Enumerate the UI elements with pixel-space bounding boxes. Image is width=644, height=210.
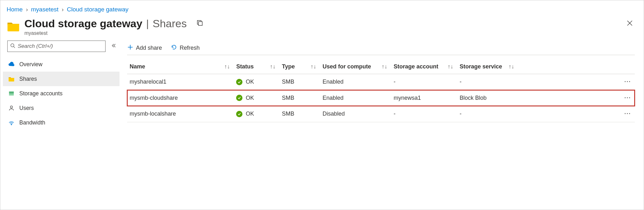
ok-icon: [236, 111, 242, 117]
sidebar-item-overview[interactable]: Overview: [3, 57, 119, 72]
column-header-type[interactable]: Type↑↓: [280, 60, 320, 74]
svg-point-9: [10, 106, 13, 108]
more-icon: ···: [624, 111, 631, 117]
column-header-compute[interactable]: Used for compute↑↓: [320, 60, 391, 74]
sort-icon: ↑↓: [448, 63, 453, 70]
page-title: Cloud storage gateway: [24, 17, 142, 30]
sidebar-item-label: Overview: [19, 61, 42, 68]
storage-icon: [8, 90, 15, 97]
folder-icon: [7, 19, 20, 33]
cell-status: OK: [234, 74, 279, 90]
row-actions-button[interactable]: ···: [518, 74, 635, 90]
sidebar-item-label: Storage accounts: [19, 90, 62, 97]
table-row[interactable]: mysharelocal1OKSMBEnabled--···: [127, 74, 635, 90]
shares-table: Name↑↓ Status↑↓ Type↑↓ Used for compute↑…: [127, 60, 635, 122]
sidebar-item-users[interactable]: Users: [3, 101, 119, 115]
add-share-label: Add share: [136, 45, 162, 51]
cell-type: SMB: [280, 106, 320, 122]
breadcrumb-home[interactable]: Home: [7, 6, 23, 13]
folder-icon: [8, 76, 15, 82]
column-header-name[interactable]: Name↑↓: [127, 60, 234, 74]
main-content: Add share Refresh Name↑↓ S: [119, 39, 641, 130]
collapse-sidebar-icon[interactable]: [111, 43, 116, 50]
svg-point-4: [11, 44, 14, 47]
sort-icon: ↑↓: [270, 63, 276, 70]
refresh-icon: [171, 44, 177, 52]
svg-rect-8: [9, 95, 14, 96]
cell-name: mysmb-cloudshare: [127, 90, 234, 106]
chevron-right-icon: ›: [62, 6, 64, 13]
search-input-wrapper[interactable]: [7, 41, 106, 52]
feedback-icon[interactable]: [196, 19, 203, 28]
ok-icon: [236, 79, 242, 85]
svg-line-5: [14, 47, 15, 48]
cell-service: Block Blob: [457, 90, 518, 106]
cell-compute: Enabled: [320, 74, 391, 90]
sidebar-item-label: Shares: [19, 76, 37, 82]
page-section: Shares: [153, 17, 187, 30]
cell-account: -: [391, 106, 457, 122]
column-header-status[interactable]: Status↑↓: [234, 60, 279, 74]
sidebar-item-bandwidth[interactable]: Bandwidth: [3, 115, 119, 130]
more-icon: ···: [624, 79, 631, 85]
sidebar-item-storage-accounts[interactable]: Storage accounts: [3, 86, 119, 101]
cell-type: SMB: [280, 90, 320, 106]
page-subtitle: myasetest: [24, 30, 203, 36]
cell-name: mysmb-localshare: [127, 106, 234, 122]
cell-account: -: [391, 74, 457, 90]
sort-icon: ↑↓: [508, 63, 514, 70]
table-row[interactable]: mysmb-cloudshareOKSMBEnabledmynewsa1Bloc…: [127, 90, 635, 106]
sort-icon: ↑↓: [382, 63, 387, 70]
cell-type: SMB: [280, 74, 320, 90]
cell-status: OK: [234, 106, 279, 122]
cell-name: mysharelocal1: [127, 74, 234, 90]
cell-account: mynewsa1: [391, 90, 457, 106]
plus-icon: [127, 44, 133, 52]
close-icon[interactable]: [627, 20, 633, 28]
row-actions-button[interactable]: ···: [518, 106, 635, 122]
ok-icon: [236, 95, 242, 101]
bandwidth-icon: [8, 119, 15, 126]
sidebar-item-label: Bandwidth: [19, 119, 45, 126]
svg-rect-7: [9, 93, 14, 94]
sidebar-item-shares[interactable]: Shares: [3, 72, 119, 86]
sort-icon: ↑↓: [311, 63, 316, 70]
sidebar: OverviewSharesStorage accountsUsersBandw…: [3, 39, 119, 130]
sidebar-item-label: Users: [19, 105, 34, 111]
cell-compute: Enabled: [320, 90, 391, 106]
add-share-button[interactable]: Add share: [127, 44, 162, 52]
cloud-icon: [8, 61, 15, 67]
breadcrumb: Home › myasetest › Cloud storage gateway: [3, 2, 641, 16]
user-icon: [8, 105, 15, 111]
refresh-button[interactable]: Refresh: [171, 44, 200, 52]
page-header: Cloud storage gateway | Shares myasetest: [3, 16, 641, 39]
svg-rect-1: [199, 22, 203, 25]
more-icon: ···: [624, 95, 631, 101]
column-header-account[interactable]: Storage account↑↓: [391, 60, 457, 74]
search-input[interactable]: [18, 43, 103, 49]
toolbar: Add share Refresh: [127, 41, 635, 55]
search-icon: [10, 43, 15, 50]
sort-icon: ↑↓: [224, 63, 230, 70]
svg-rect-6: [9, 92, 14, 93]
cell-service: -: [457, 106, 518, 122]
breadcrumb-gateway[interactable]: Cloud storage gateway: [67, 6, 128, 13]
cell-status: OK: [234, 90, 279, 106]
refresh-label: Refresh: [180, 45, 200, 51]
cell-compute: Disabled: [320, 106, 391, 122]
row-actions-button[interactable]: ···: [518, 90, 635, 106]
cell-service: -: [457, 74, 518, 90]
table-row[interactable]: mysmb-localshareOKSMBDisabled--···: [127, 106, 635, 122]
column-header-service[interactable]: Storage service↑↓: [457, 60, 518, 74]
svg-point-10: [11, 124, 12, 125]
chevron-right-icon: ›: [26, 6, 28, 13]
breadcrumb-resource[interactable]: myasetest: [31, 6, 59, 13]
